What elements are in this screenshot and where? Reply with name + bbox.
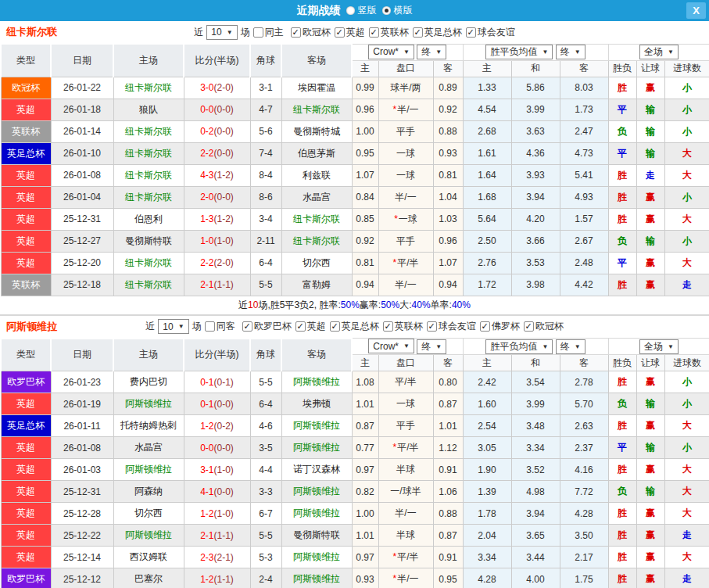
chevron-down-icon: ▼ xyxy=(668,48,674,56)
cell-handicap-result: 输 xyxy=(636,481,664,503)
subcol-win: 主 xyxy=(463,355,511,371)
league-filter-checkbox[interactable]: ✓球会友谊 xyxy=(466,26,515,39)
cell-score: 0-0(0-0) xyxy=(184,437,250,459)
col-header-home: 主场 xyxy=(113,339,184,371)
cell-score: 0-1(0-0) xyxy=(184,393,250,415)
cell-score: 3-1(1-0) xyxy=(184,459,250,481)
league-label: 英超 xyxy=(307,320,326,333)
cell-away-handicap-odds: 1.12 xyxy=(433,437,463,459)
chevron-down-icon: ▼ xyxy=(403,342,410,350)
league-filter-checkbox[interactable]: ✓英超 xyxy=(295,320,326,333)
cell-home-team: 伯恩利 xyxy=(113,208,184,230)
cell-away-team: 纽卡斯尔联 xyxy=(281,230,352,252)
subcol-away-odds: 客 xyxy=(433,60,463,77)
cell-match-result: 平 xyxy=(608,252,636,274)
checkbox-checked-icon: ✓ xyxy=(335,27,345,38)
close-button[interactable]: X xyxy=(686,2,706,19)
bookmaker-select[interactable]: Crow*▼ xyxy=(368,45,414,59)
same-venue-checkbox[interactable]: 同主 xyxy=(253,26,284,39)
match-row: 英超25-12-20纽卡斯尔联2-2(2-0)6-4切尔西0.81*平/半1.0… xyxy=(1,252,709,274)
result-scope-group: 全场▼ xyxy=(608,339,709,355)
section-newcastle: 纽卡斯尔联 近 10 ▼ 场 同主 ✓欧冠杯✓英超✓英联杯✓英足总杯✓球会友谊 xyxy=(0,21,709,316)
cell-goals-result: 走 xyxy=(664,525,709,547)
europe-time-select[interactable]: 终▼ xyxy=(556,339,585,354)
cell-handicap-line: 一球 xyxy=(378,164,433,186)
cell-handicap-line: 半球 xyxy=(378,525,433,547)
match-type-badge: 英超 xyxy=(1,393,51,415)
cell-draw-odds: 5.86 xyxy=(511,77,560,99)
bookmaker-select[interactable]: Crow*▼ xyxy=(368,339,414,353)
cell-win-odds: 4.54 xyxy=(463,99,511,120)
league-label: 欧冠杯 xyxy=(303,26,331,39)
match-count-select[interactable]: 10 ▼ xyxy=(206,25,237,40)
handicap-time-select[interactable]: 终▼ xyxy=(417,339,446,354)
cell-lose-odds: 2.67 xyxy=(560,230,608,252)
checkbox-checked-icon: ✓ xyxy=(291,27,301,38)
europe-time-value: 终 xyxy=(560,340,570,353)
match-type-badge: 欧罗巴杯 xyxy=(1,568,51,588)
cell-date: 25-12-14 xyxy=(51,547,113,568)
checkbox-checked-icon: ✓ xyxy=(524,321,534,332)
cell-home-team: 纽卡斯尔联 xyxy=(113,252,184,274)
league-filter-checkbox[interactable]: ✓欧罗巴杯 xyxy=(242,320,292,333)
cell-home-team: 阿斯顿维拉 xyxy=(113,459,184,481)
cell-away-team: 利兹联 xyxy=(281,164,352,186)
league-filter-checkbox[interactable]: ✓欧冠杯 xyxy=(291,26,331,39)
cell-win-odds: 2.68 xyxy=(463,120,511,142)
match-type-badge: 英超 xyxy=(1,164,51,186)
summary-segment: 场,胜5平3负2, 胜率: xyxy=(258,299,340,312)
cell-home-team: 纽卡斯尔联 xyxy=(113,77,184,99)
cell-draw-odds: 3.93 xyxy=(511,164,560,186)
games-label: 场 xyxy=(192,320,202,333)
league-filters: ✓欧冠杯✓英超✓英联杯✓英足总杯✓球会友谊 xyxy=(287,26,515,39)
cell-away-team: 伯恩茅斯 xyxy=(281,142,352,164)
checkbox-checked-icon: ✓ xyxy=(466,27,476,38)
league-filter-checkbox[interactable]: ✓球会友谊 xyxy=(427,320,476,333)
subcol-away-odds: 客 xyxy=(433,355,463,371)
cell-score: 1-2(1-0) xyxy=(184,503,250,525)
league-filter-checkbox[interactable]: ✓英足总杯 xyxy=(413,26,462,39)
cell-home-team: 纽卡斯尔联 xyxy=(113,142,184,164)
same-venue-checkbox[interactable]: 同客 xyxy=(205,320,235,333)
page-title: 近期战绩 xyxy=(297,4,341,18)
cell-away-handicap-odds: 0.95 xyxy=(433,568,463,588)
cell-date: 26-01-19 xyxy=(51,393,113,415)
summary-segment: 单率: xyxy=(431,299,452,312)
cell-handicap-result: 赢 xyxy=(636,547,664,568)
league-filter-checkbox[interactable]: ✓佛罗杯 xyxy=(480,320,520,333)
scope-select[interactable]: 全场▼ xyxy=(639,339,679,354)
cell-win-odds: 2.54 xyxy=(463,415,511,437)
league-filter-checkbox[interactable]: ✓欧冠杯 xyxy=(524,320,564,333)
match-type-badge: 欧冠杯 xyxy=(1,77,51,99)
league-filter-checkbox[interactable]: ✓英联杯 xyxy=(383,320,423,333)
cell-goals-result: 小 xyxy=(664,393,709,415)
league-filter-checkbox[interactable]: ✓英联杯 xyxy=(369,26,409,39)
handicap-time-select[interactable]: 终▼ xyxy=(417,45,446,59)
europe-metric-select[interactable]: 胜平负均值▼ xyxy=(485,339,553,354)
subcol-home-odds: 主 xyxy=(352,60,378,77)
cell-handicap-result: 赢 xyxy=(636,459,664,481)
cell-home-team: 水晶宫 xyxy=(113,437,184,459)
cell-handicap-line: 半/一 xyxy=(378,186,433,208)
chevron-down-icon: ▼ xyxy=(575,343,581,350)
cell-corners: 7-4 xyxy=(250,142,281,164)
league-filter-checkbox[interactable]: ✓英超 xyxy=(335,26,365,39)
match-row: 英足总杯26-01-10纽卡斯尔联2-2(0-0)7-4伯恩茅斯0.95一球0.… xyxy=(1,142,709,164)
filter-controls: 近 10 ▼ 场 同主 ✓欧冠杯✓英超✓英联杯✓英足总杯✓球会友谊 xyxy=(194,25,514,40)
match-count-select[interactable]: 10 ▼ xyxy=(158,319,188,334)
cell-home-handicap-odds: 0.84 xyxy=(352,186,378,208)
cell-handicap-result: 输 xyxy=(636,120,664,142)
cell-handicap-line: *一球 xyxy=(378,208,433,230)
col-header-date: 日期 xyxy=(51,44,113,77)
cell-win-odds: 1.68 xyxy=(463,186,511,208)
league-filter-checkbox[interactable]: ✓英足总杯 xyxy=(330,320,379,333)
europe-metric-select[interactable]: 胜平负均值▼ xyxy=(485,45,553,59)
europe-time-select[interactable]: 终▼ xyxy=(556,45,585,59)
layout-radio-horizontal[interactable]: 横版 xyxy=(382,4,413,17)
match-type-badge: 英超 xyxy=(1,437,51,459)
cell-draw-odds: 3.53 xyxy=(511,252,560,274)
cell-goals-result: 小 xyxy=(664,437,709,459)
cell-goals-result: 大 xyxy=(664,547,709,568)
layout-radio-vertical[interactable]: 竖版 xyxy=(346,4,377,17)
scope-select[interactable]: 全场▼ xyxy=(639,45,679,59)
